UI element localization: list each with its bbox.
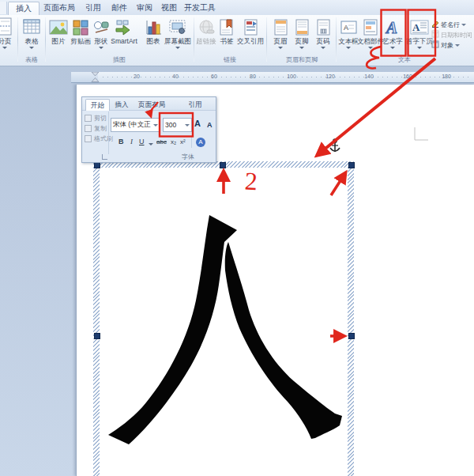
mini-tab-references[interactable]: 引用 <box>185 99 205 110</box>
format-painter-icon <box>85 135 92 142</box>
dropdown-arrow-icon <box>153 124 158 127</box>
bold-button[interactable]: B <box>118 137 124 147</box>
phonetic-guide-icon[interactable]: A <box>196 138 205 147</box>
font-size-combobox[interactable]: 300 <box>163 118 192 132</box>
italic-button[interactable]: I <box>130 137 133 147</box>
cut-button[interactable]: 剪切 <box>85 114 107 122</box>
font-name-combobox[interactable]: 宋体 (中文正 <box>111 118 160 132</box>
copy-icon <box>85 125 92 132</box>
mini-tab-insert[interactable]: 插入 <box>111 99 132 110</box>
strikethrough-button[interactable]: abc <box>156 137 167 147</box>
word-application-window: 插入 页面布局 引用 邮件 审阅 视图 开发工具 分页 表格 表格 <box>0 0 474 476</box>
mini-tab-page-layout[interactable]: 页面布局 <box>134 99 169 110</box>
cut-icon <box>85 115 92 122</box>
mini-word-window: 开始 插入 页面布局 引用 剪切 复制 格式刷 宋体 (中文正 300 A A … <box>81 96 216 163</box>
mini-group-label-font: 字体 <box>171 153 205 161</box>
copy-button[interactable]: 复制 <box>85 124 107 132</box>
drop-cap-character[interactable]: 人 <box>0 0 474 476</box>
mini-group-divider <box>108 111 109 154</box>
frame-handle-top-middle[interactable] <box>220 162 226 168</box>
dropdown-arrow-icon[interactable] <box>149 143 153 145</box>
grow-font-button[interactable]: A <box>194 119 201 128</box>
superscript-button[interactable]: x² <box>180 137 186 147</box>
subscript-button[interactable]: x₂ <box>171 137 176 147</box>
shrink-font-button[interactable]: A <box>207 121 213 129</box>
mini-divider <box>191 137 192 148</box>
frame-handle-right-middle[interactable] <box>348 333 355 339</box>
frame-handle-top-right[interactable] <box>348 162 355 168</box>
frame-handle-top-left[interactable] <box>94 162 100 168</box>
dropdown-arrow-icon <box>185 124 190 127</box>
mini-tab-home[interactable]: 开始 <box>85 99 110 111</box>
frame-handle-left-middle[interactable] <box>94 333 100 339</box>
clipboard-dialog-launcher-icon[interactable] <box>102 154 107 160</box>
underline-button[interactable]: U <box>139 137 145 147</box>
mini-tab-bar: 开始 插入 页面布局 引用 <box>82 97 216 111</box>
